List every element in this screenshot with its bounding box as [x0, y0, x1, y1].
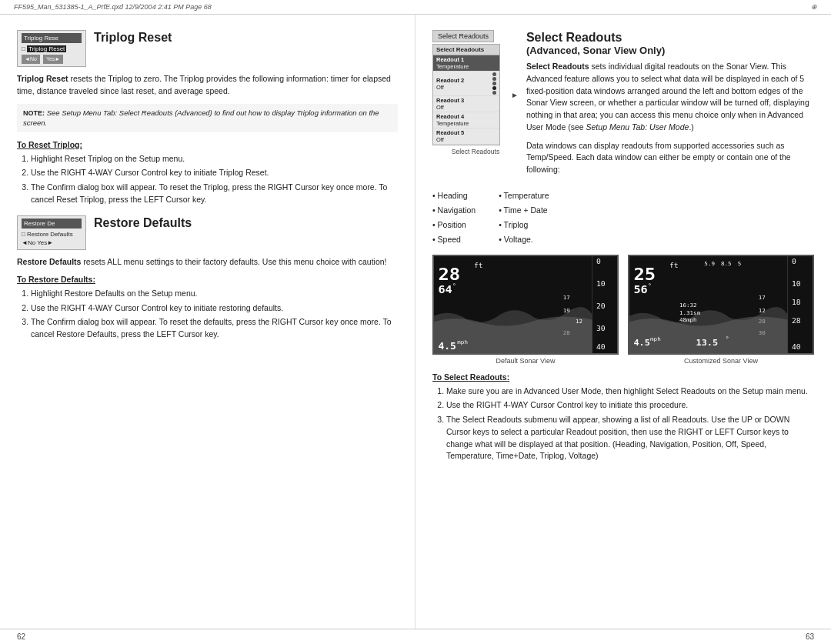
default-sonar-display: 0 10 20 30 40 28 ft 64: [432, 255, 619, 355]
svg-text:19: 19: [563, 307, 570, 313]
no-button: ◄No: [22, 55, 40, 64]
select-readouts-menu-wrapper: Select Readouts Select Readouts Readout …: [432, 30, 519, 155]
right-page: Select Readouts Select Readouts Readout …: [416, 15, 831, 629]
step-item: The Confirm dialog box will appear. To r…: [31, 182, 398, 206]
to-restore-defaults-heading: To Restore Defaults:: [17, 275, 398, 284]
svg-text:12: 12: [759, 307, 766, 313]
bullet-col-left: • Heading • Navigation • Position • Spee…: [432, 189, 476, 247]
yes-button: Yes►: [43, 55, 63, 64]
restore-defaults-body: Restore Defaults resets ALL menu setting…: [17, 256, 398, 269]
triplog-reset-section: Triplog Rese □ Triplog Reset ◄No Yes► Tr…: [17, 30, 398, 67]
svg-text:17: 17: [563, 294, 570, 300]
svg-text:°: °: [648, 282, 652, 289]
svg-text:30: 30: [759, 329, 766, 335]
svg-text:30: 30: [596, 324, 606, 332]
step-item: The Select Readouts submenu will appear,…: [446, 414, 814, 462]
restore-defaults-image: Restore De □ Restore Defaults ◄No Yes►: [17, 215, 86, 251]
svg-text:28: 28: [438, 265, 460, 284]
triplog-reset-body: Triplog Reset resets the Triplog to zero…: [17, 73, 398, 98]
svg-text:°: °: [452, 282, 456, 289]
triplog-reset-steps: Highlight Reset Triplog on the Setup men…: [17, 153, 398, 206]
sr-row-3: Readout 3 Off: [433, 96, 499, 112]
restore-defaults-steps: Highlight Restore Defaults on the Setup …: [17, 288, 398, 341]
svg-text:40: 40: [792, 342, 801, 350]
default-sonar-caption: Default Sonar View: [432, 357, 619, 365]
step-item: Highlight Reset Triplog on the Setup men…: [31, 153, 398, 165]
bullet-item: • Temperature: [499, 189, 549, 203]
bullet-item: • Heading: [432, 189, 476, 203]
svg-text:17: 17: [759, 294, 766, 300]
sr-label-caption: Select Readouts: [432, 148, 519, 155]
triplog-reset-image: Triplog Rese □ Triplog Reset ◄No Yes►: [17, 30, 86, 67]
svg-text:ft: ft: [669, 261, 679, 269]
sr-menu-title: Select Readouts: [433, 45, 499, 55]
svg-text:°: °: [725, 334, 729, 341]
step-item: The Confirm dialog box will appear. To r…: [31, 316, 398, 341]
page-container: FF595_Man_531385-1_A_PrfE.qxd 12/9/2004 …: [0, 0, 831, 644]
file-info: FF595_Man_531385-1_A_PrfE.qxd 12/9/2004 …: [14, 3, 212, 11]
select-readouts-title: Select Readouts: [526, 30, 814, 45]
sr-row-1: Readout 1 Temperature: [433, 55, 499, 72]
bullet-item: • Triplog: [499, 218, 549, 232]
svg-text:0: 0: [596, 257, 601, 265]
svg-text:5: 5: [738, 260, 742, 266]
svg-text:16:32: 16:32: [679, 302, 697, 308]
step-item: Highlight Restore Defaults on the Setup …: [31, 288, 398, 300]
restore-menu-item1: □ Restore Defaults: [22, 230, 82, 239]
svg-text:4.5: 4.5: [633, 338, 650, 347]
to-reset-triplog-heading: To Reset Triplog:: [17, 140, 398, 149]
bullet-item: • Time + Date: [499, 203, 549, 218]
restore-yes-button: Yes►: [37, 239, 53, 246]
select-readouts-tab: Select Readouts: [432, 30, 494, 42]
bullet-columns: • Heading • Navigation • Position • Spee…: [432, 189, 814, 247]
svg-text:56: 56: [633, 284, 647, 295]
select-readouts-subtitle: (Advanced, Sonar View Only): [526, 45, 814, 56]
select-readouts-header: Select Readouts Select Readouts Readout …: [432, 30, 814, 182]
triplog-menu-title: Triplog Rese: [22, 33, 82, 43]
step-item: Use the RIGHT 4-WAY Cursor Control key t…: [31, 167, 398, 179]
svg-text:18: 18: [792, 298, 801, 305]
right-page-number: 63: [806, 632, 814, 641]
step-item: Use the RIGHT 4-WAY Cursor Control key t…: [31, 302, 398, 315]
triplog-menu-buttons: ◄No Yes►: [22, 55, 82, 64]
svg-text:12: 12: [576, 318, 582, 324]
restore-menu-image: Restore De □ Restore Defaults ◄No Yes►: [17, 215, 86, 251]
restore-no-button: ◄No: [22, 239, 35, 246]
svg-text:1.31sm: 1.31sm: [679, 309, 700, 315]
customized-sonar-svg: 0 10 18 28 40 25 ft 56: [629, 256, 813, 353]
default-sonar-svg: 0 10 20 30 40 28 ft 64: [434, 256, 617, 353]
svg-text:mph: mph: [650, 335, 661, 341]
svg-text:0: 0: [792, 257, 796, 265]
restore-defaults-title: Restore Defaults: [94, 215, 192, 230]
triplog-reset-title: Triplog Reset: [94, 30, 172, 45]
svg-text:25: 25: [633, 265, 656, 284]
bullet-item: • Position: [432, 218, 476, 232]
select-readouts-title-block: Select Readouts (Advanced, Sonar View On…: [526, 30, 814, 182]
bullet-item: • Speed: [432, 232, 476, 247]
main-content: Triplog Rese □ Triplog Reset ◄No Yes► Tr…: [0, 15, 831, 629]
to-select-readouts-heading: To Select Readouts:: [432, 372, 814, 382]
svg-text:28: 28: [563, 329, 570, 335]
select-readouts-menu-container: Select Readouts Readout 1 Temperature Re…: [432, 44, 519, 145]
svg-text:mph: mph: [457, 339, 468, 345]
svg-text:10: 10: [792, 279, 801, 287]
data-windows-text: Data windows can display readouts from s…: [526, 140, 814, 176]
sr-row-5: Readout 5 Off: [433, 128, 499, 145]
svg-text:28: 28: [759, 318, 766, 324]
sr-arrow-icon: ►: [511, 91, 519, 99]
svg-text:20: 20: [596, 302, 606, 309]
bullet-item: • Navigation: [432, 203, 476, 218]
restore-menu-buttons: ◄No Yes►: [22, 239, 82, 247]
select-readouts-menu: Select Readouts Readout 1 Temperature Re…: [432, 44, 500, 145]
svg-text:64: 64: [438, 284, 452, 295]
svg-text:ft: ft: [474, 261, 483, 269]
svg-text:48mph: 48mph: [679, 316, 697, 322]
svg-text:40: 40: [596, 342, 606, 350]
page-numbers: 62 63: [0, 629, 831, 644]
top-bar: FF595_Man_531385-1_A_PrfE.qxd 12/9/2004 …: [0, 0, 831, 15]
step-item: Use the RIGHT 4-WAY Cursor Control key t…: [446, 399, 814, 412]
left-page: Triplog Rese □ Triplog Reset ◄No Yes► Tr…: [0, 15, 416, 629]
sonar-views: 0 10 20 30 40 28 ft 64: [432, 255, 814, 365]
customized-sonar-view: 0 10 18 28 40 25 ft 56: [628, 255, 814, 365]
svg-text:8.5: 8.5: [721, 260, 732, 266]
